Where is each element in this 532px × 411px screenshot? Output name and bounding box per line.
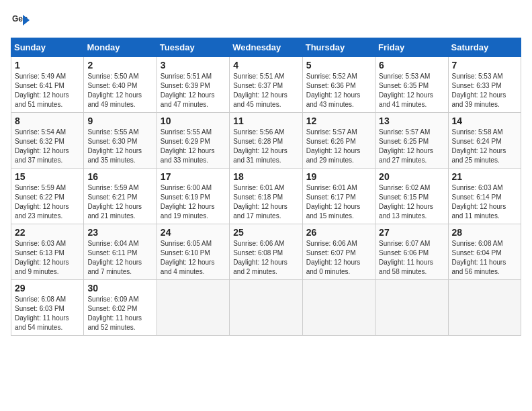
calendar-cell: 21 Sunrise: 6:03 AM Sunset: 6:14 PM Dayl…	[448, 169, 521, 224]
day-number: 8	[15, 116, 80, 126]
day-info: Sunrise: 5:52 AM Sunset: 6:36 PM Dayligh…	[306, 72, 371, 109]
day-info: Sunrise: 5:59 AM Sunset: 6:21 PM Dayligh…	[87, 183, 152, 221]
calendar-cell: 15 Sunrise: 5:59 AM Sunset: 6:22 PM Dayl…	[11, 169, 84, 224]
day-info: Sunrise: 6:02 AM Sunset: 6:15 PM Dayligh…	[379, 183, 444, 221]
day-info: Sunrise: 5:57 AM Sunset: 6:26 PM Dayligh…	[306, 128, 371, 165]
calendar-cell	[230, 280, 302, 336]
day-number: 17	[161, 171, 226, 182]
day-number: 29	[15, 283, 80, 293]
calendar-cell: 27 Sunrise: 6:07 AM Sunset: 6:06 PM Dayl…	[375, 224, 448, 280]
day-info: Sunrise: 5:56 AM Sunset: 6:28 PM Dayligh…	[233, 128, 298, 165]
day-info: Sunrise: 6:06 AM Sunset: 6:07 PM Dayligh…	[306, 239, 371, 277]
day-info: Sunrise: 6:03 AM Sunset: 6:13 PM Dayligh…	[15, 239, 80, 277]
day-info: Sunrise: 6:01 AM Sunset: 6:17 PM Dayligh…	[306, 183, 371, 221]
calendar-week-row: 1 Sunrise: 5:49 AM Sunset: 6:41 PM Dayli…	[11, 57, 521, 113]
col-header-wednesday: Wednesday	[230, 38, 302, 57]
day-number: 5	[306, 60, 371, 71]
day-info: Sunrise: 6:00 AM Sunset: 6:19 PM Dayligh…	[161, 183, 226, 221]
col-header-thursday: Thursday	[302, 38, 375, 57]
calendar-cell: 19 Sunrise: 6:01 AM Sunset: 6:17 PM Dayl…	[302, 169, 375, 224]
calendar-cell: 18 Sunrise: 6:01 AM Sunset: 6:18 PM Dayl…	[230, 169, 302, 224]
day-number: 23	[87, 227, 152, 238]
day-number: 4	[233, 60, 298, 71]
calendar-week-row: 8 Sunrise: 5:54 AM Sunset: 6:32 PM Dayli…	[11, 113, 521, 169]
col-header-friday: Friday	[375, 38, 448, 57]
day-info: Sunrise: 6:06 AM Sunset: 6:08 PM Dayligh…	[233, 239, 298, 277]
day-number: 26	[306, 227, 371, 238]
day-info: Sunrise: 5:55 AM Sunset: 6:29 PM Dayligh…	[161, 128, 226, 165]
calendar-cell: 11 Sunrise: 5:56 AM Sunset: 6:28 PM Dayl…	[230, 113, 302, 169]
calendar-cell: 1 Sunrise: 5:49 AM Sunset: 6:41 PM Dayli…	[11, 57, 84, 113]
day-number: 30	[87, 283, 152, 293]
col-header-sunday: Sunday	[11, 38, 84, 57]
calendar-cell: 25 Sunrise: 6:06 AM Sunset: 6:08 PM Dayl…	[230, 224, 302, 280]
day-info: Sunrise: 5:57 AM Sunset: 6:25 PM Dayligh…	[379, 128, 444, 165]
calendar-cell: 13 Sunrise: 5:57 AM Sunset: 6:25 PM Dayl…	[375, 113, 448, 169]
calendar-cell: 29 Sunrise: 6:08 AM Sunset: 6:03 PM Dayl…	[11, 280, 84, 336]
day-number: 19	[306, 171, 371, 182]
calendar-cell: 23 Sunrise: 6:04 AM Sunset: 6:11 PM Dayl…	[84, 224, 157, 280]
day-number: 27	[379, 227, 444, 238]
calendar-cell: 22 Sunrise: 6:03 AM Sunset: 6:13 PM Dayl…	[11, 224, 84, 280]
calendar-body: 1 Sunrise: 5:49 AM Sunset: 6:41 PM Dayli…	[11, 57, 521, 336]
day-number: 2	[87, 60, 152, 71]
calendar-cell	[375, 280, 448, 336]
day-info: Sunrise: 5:51 AM Sunset: 6:37 PM Dayligh…	[233, 72, 298, 109]
page-header: Gen	[11, 11, 521, 30]
day-info: Sunrise: 6:09 AM Sunset: 6:02 PM Dayligh…	[87, 295, 152, 332]
day-number: 20	[379, 171, 444, 182]
calendar-cell: 5 Sunrise: 5:52 AM Sunset: 6:36 PM Dayli…	[302, 57, 375, 113]
calendar-table: SundayMondayTuesdayWednesdayThursdayFrid…	[11, 38, 521, 336]
day-number: 11	[233, 116, 298, 126]
day-number: 16	[87, 171, 152, 182]
day-info: Sunrise: 5:54 AM Sunset: 6:32 PM Dayligh…	[15, 128, 80, 165]
calendar-cell: 20 Sunrise: 6:02 AM Sunset: 6:15 PM Dayl…	[375, 169, 448, 224]
day-info: Sunrise: 6:01 AM Sunset: 6:18 PM Dayligh…	[233, 183, 298, 221]
calendar-cell: 7 Sunrise: 5:53 AM Sunset: 6:33 PM Dayli…	[448, 57, 521, 113]
day-info: Sunrise: 5:58 AM Sunset: 6:24 PM Dayligh…	[452, 128, 517, 165]
day-info: Sunrise: 6:07 AM Sunset: 6:06 PM Dayligh…	[379, 239, 444, 277]
day-info: Sunrise: 5:53 AM Sunset: 6:35 PM Dayligh…	[379, 72, 444, 109]
day-number: 28	[452, 227, 517, 238]
col-header-saturday: Saturday	[448, 38, 521, 57]
calendar-cell: 8 Sunrise: 5:54 AM Sunset: 6:32 PM Dayli…	[11, 113, 84, 169]
day-info: Sunrise: 6:05 AM Sunset: 6:10 PM Dayligh…	[161, 239, 226, 277]
calendar-cell: 9 Sunrise: 5:55 AM Sunset: 6:30 PM Dayli…	[84, 113, 157, 169]
day-info: Sunrise: 5:59 AM Sunset: 6:22 PM Dayligh…	[15, 183, 80, 221]
day-number: 7	[452, 60, 517, 71]
day-number: 13	[379, 116, 444, 126]
calendar-cell	[448, 280, 521, 336]
day-info: Sunrise: 6:04 AM Sunset: 6:11 PM Dayligh…	[87, 239, 152, 277]
calendar-cell: 6 Sunrise: 5:53 AM Sunset: 6:35 PM Dayli…	[375, 57, 448, 113]
calendar-cell: 30 Sunrise: 6:09 AM Sunset: 6:02 PM Dayl…	[84, 280, 157, 336]
day-number: 18	[233, 171, 298, 182]
day-info: Sunrise: 5:50 AM Sunset: 6:40 PM Dayligh…	[87, 72, 152, 109]
calendar-cell: 16 Sunrise: 5:59 AM Sunset: 6:21 PM Dayl…	[84, 169, 157, 224]
day-info: Sunrise: 6:08 AM Sunset: 6:04 PM Dayligh…	[452, 239, 517, 277]
calendar-week-row: 15 Sunrise: 5:59 AM Sunset: 6:22 PM Dayl…	[11, 169, 521, 224]
calendar-cell: 4 Sunrise: 5:51 AM Sunset: 6:37 PM Dayli…	[230, 57, 302, 113]
calendar-cell: 24 Sunrise: 6:05 AM Sunset: 6:10 PM Dayl…	[157, 224, 229, 280]
calendar-cell	[302, 280, 375, 336]
day-info: Sunrise: 6:03 AM Sunset: 6:14 PM Dayligh…	[452, 183, 517, 221]
logo-icon: Gen	[11, 11, 30, 30]
calendar-cell: 26 Sunrise: 6:06 AM Sunset: 6:07 PM Dayl…	[302, 224, 375, 280]
col-header-monday: Monday	[84, 38, 157, 57]
day-info: Sunrise: 5:49 AM Sunset: 6:41 PM Dayligh…	[15, 72, 80, 109]
day-number: 9	[87, 116, 152, 126]
calendar-cell: 28 Sunrise: 6:08 AM Sunset: 6:04 PM Dayl…	[448, 224, 521, 280]
calendar-cell: 2 Sunrise: 5:50 AM Sunset: 6:40 PM Dayli…	[84, 57, 157, 113]
day-number: 25	[233, 227, 298, 238]
day-number: 14	[452, 116, 517, 126]
day-number: 3	[161, 60, 226, 71]
day-number: 6	[379, 60, 444, 71]
calendar-cell: 14 Sunrise: 5:58 AM Sunset: 6:24 PM Dayl…	[448, 113, 521, 169]
day-number: 21	[452, 171, 517, 182]
calendar-week-row: 29 Sunrise: 6:08 AM Sunset: 6:03 PM Dayl…	[11, 280, 521, 336]
day-number: 12	[306, 116, 371, 126]
day-number: 22	[15, 227, 80, 238]
day-info: Sunrise: 5:55 AM Sunset: 6:30 PM Dayligh…	[87, 128, 152, 165]
day-info: Sunrise: 5:53 AM Sunset: 6:33 PM Dayligh…	[452, 72, 517, 109]
day-number: 15	[15, 171, 80, 182]
calendar-week-row: 22 Sunrise: 6:03 AM Sunset: 6:13 PM Dayl…	[11, 224, 521, 280]
